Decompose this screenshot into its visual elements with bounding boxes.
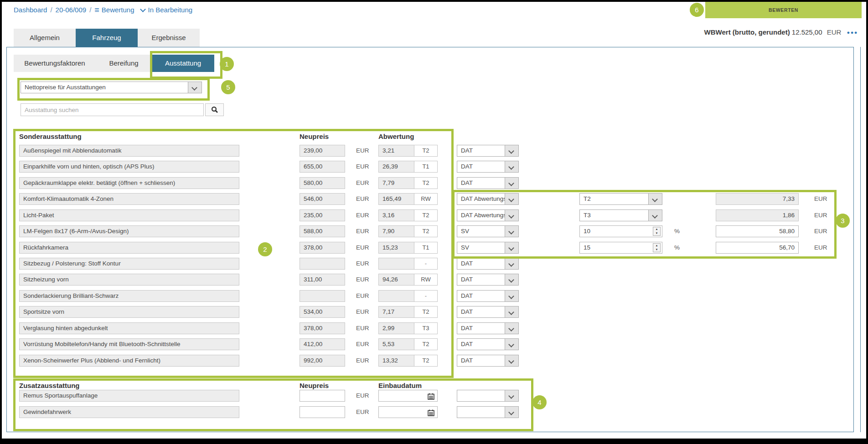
- zusatz-mode-select[interactable]: [457, 406, 519, 418]
- neupreis-input[interactable]: [300, 390, 345, 402]
- abwertung-mode-select[interactable]: SV: [457, 225, 519, 237]
- abwertung-field: 94,26: [378, 274, 414, 286]
- abwertung-mode-select[interactable]: DAT: [457, 177, 519, 189]
- calendar-icon[interactable]: [428, 409, 434, 416]
- abwertung-amount-field[interactable]: 58,80: [716, 225, 799, 237]
- abwertung-tier-badge: RW: [414, 274, 438, 286]
- equipment-name-field: Außenspiegel mit Abblendautomatik: [19, 145, 239, 157]
- abwertung-tier-badge: T2: [414, 355, 438, 367]
- abwertung-mode-select-value: DAT: [461, 178, 506, 189]
- abwertung-mode-select[interactable]: DAT: [457, 145, 519, 157]
- abwertung-tier-badge: -: [414, 290, 438, 302]
- neupreis-field: 239,00: [300, 145, 345, 157]
- step-down-icon: ▼: [653, 248, 660, 252]
- equipment-name-field: Verglasung hinten abgedunkelt: [19, 322, 239, 334]
- abwertung-detail-select-value: T3: [584, 210, 649, 221]
- einbaudatum-input[interactable]: [378, 406, 438, 418]
- abwertung-mode-select[interactable]: DAT: [457, 322, 519, 334]
- equipment-name-field: Komfort-Klimaautomatik 4-Zonen: [19, 193, 239, 205]
- currency-label: EUR: [814, 209, 827, 221]
- currency-label: EUR: [356, 406, 369, 418]
- currency-label: EUR: [356, 355, 369, 367]
- abwertung-amount-field[interactable]: 56,70: [716, 242, 799, 254]
- currency-label: EUR: [356, 306, 369, 318]
- chevron-down-icon: [505, 390, 518, 401]
- currency-label: EUR: [356, 390, 369, 402]
- currency-label: EUR: [356, 242, 369, 254]
- abwertung-mode-select-value: SV: [461, 226, 506, 237]
- abwertung-detail-select-value: T2: [584, 194, 649, 204]
- abwertung-mode-select[interactable]: DAT: [457, 274, 519, 286]
- chevron-down-icon: [505, 355, 518, 366]
- equipment-name-field: Sitzheizung vorn: [19, 274, 239, 286]
- chevron-down-icon: [505, 145, 518, 156]
- abwertung-field: 5,53: [378, 338, 414, 350]
- abwertung-percent-input[interactable]: 15▲▼: [579, 242, 662, 254]
- currency-label: EUR: [356, 161, 369, 173]
- number-stepper[interactable]: ▲▼: [653, 243, 661, 252]
- abwertung-tier-badge: T2: [414, 338, 438, 350]
- abwertung-mode-select[interactable]: DAT: [457, 338, 519, 350]
- abwertung-mode-select[interactable]: DAT: [457, 161, 519, 173]
- abwertung-mode-select[interactable]: DAT: [457, 306, 519, 318]
- currency-label: EUR: [356, 338, 369, 350]
- abwertung-percent-input[interactable]: 10▲▼: [579, 225, 662, 237]
- neupreis-field: 311,00: [300, 274, 345, 286]
- einbaudatum-input[interactable]: [378, 390, 438, 402]
- abwertung-mode-select[interactable]: DAT Abwertungstab: [457, 193, 519, 205]
- abwertung-mode-select[interactable]: DAT Abwertungstab: [457, 209, 519, 221]
- annotation-badge-3: 3: [836, 214, 850, 228]
- neupreis-field: 588,00: [300, 225, 345, 237]
- chevron-down-icon: [505, 407, 518, 418]
- abwertung-mode-select-value: DAT: [461, 355, 506, 366]
- step-down-icon: ▼: [653, 231, 660, 235]
- equipment-name-field: Remus Sportauspuffanlage: [19, 390, 239, 402]
- abwertung-field: 165,49: [378, 193, 414, 205]
- chevron-down-icon: [505, 291, 518, 301]
- currency-label: EUR: [814, 193, 827, 205]
- equipment-name-field: Sitzbezug / Polsterung: Stoff Kontur: [19, 258, 239, 270]
- equipment-name-field: Gewindefahrwerk: [19, 406, 239, 418]
- number-stepper[interactable]: ▲▼: [653, 227, 661, 236]
- currency-label: EUR: [814, 225, 827, 237]
- chevron-down-icon: [505, 210, 518, 221]
- abwertung-tier-badge: T2: [414, 306, 438, 318]
- currency-label: EUR: [356, 209, 369, 221]
- step-up-icon: ▲: [653, 244, 660, 248]
- abwertung-mode-select[interactable]: DAT: [457, 355, 519, 367]
- abwertung-field: [378, 290, 414, 302]
- abwertung-mode-select-value: DAT: [461, 323, 506, 334]
- abwertung-tier-badge: T1: [414, 161, 438, 173]
- abwertung-mode-select[interactable]: DAT: [457, 258, 519, 270]
- annotation-badge-1: 1: [220, 57, 234, 71]
- chevron-down-icon: [648, 210, 662, 221]
- equipment-name-field: Sportsitze vorn: [19, 306, 239, 318]
- abwertung-field: 7,79: [378, 177, 414, 189]
- chevron-down-icon: [505, 323, 518, 334]
- chevron-down-icon: [505, 242, 518, 253]
- annotation-badge-4: 4: [532, 395, 547, 409]
- abwertung-mode-select-value: DAT Abwertungstab: [461, 194, 506, 204]
- zusatz-mode-select[interactable]: [457, 390, 519, 402]
- neupreis-input[interactable]: [300, 406, 345, 418]
- equipment-name-field: Einparkhilfe vorn und hinten, optisch (A…: [19, 161, 239, 173]
- abwertung-mode-select-value: DAT: [461, 306, 506, 317]
- neupreis-field: 378,00: [300, 242, 345, 254]
- neupreis-field: 412,00: [300, 338, 345, 350]
- equipment-name-field: Licht-Paket: [19, 209, 239, 221]
- abwertung-detail-select[interactable]: T2: [579, 193, 662, 205]
- abwertung-field: 2,99: [378, 322, 414, 334]
- calendar-icon[interactable]: [428, 393, 434, 399]
- abwertung-mode-select[interactable]: SV: [457, 242, 519, 254]
- abwertung-detail-select[interactable]: T3: [579, 209, 662, 221]
- equipment-rows: Außenspiegel mit Abblendautomatik239,00E…: [0, 0, 868, 444]
- abwertung-tier-badge: T2: [414, 145, 438, 157]
- abwertung-mode-select-value: SV: [461, 242, 506, 253]
- abwertung-amount-field: 7,33: [716, 193, 799, 205]
- annotation-badge-6: 6: [690, 3, 704, 17]
- currency-label: EUR: [814, 242, 827, 254]
- abwertung-mode-select[interactable]: DAT: [457, 290, 519, 302]
- abwertung-tier-badge: RW: [414, 193, 438, 205]
- chevron-down-icon: [505, 258, 518, 269]
- app-window: Dashboard/20-06/009/≡BewertungIn Bearbei…: [0, 0, 868, 444]
